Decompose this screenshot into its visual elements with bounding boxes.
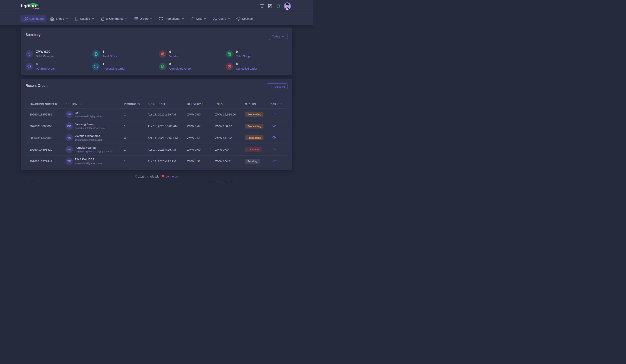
chevron-down-icon [66,17,68,20]
status-badge: Processing [245,112,264,117]
recent-orders-title: Recent Orders [26,84,287,88]
order-row[interactable]: 20260418852585 TE test fransrosen123@gma… [25,109,288,120]
view-all-button[interactable]: View All [267,83,287,90]
nav-item-shops[interactable]: Shops [47,15,71,22]
viewport-clipped-section: Top Products ZMW 0 ZMW 0.00 [0,181,313,182]
notifications-bell-icon[interactable] [276,3,281,9]
customer-info: TK TINA KALIDAS tinakalidas@yahoo.com [66,158,124,165]
status-cell: Pending [245,155,271,167]
view-order-eye-icon[interactable] [272,147,276,151]
nav-item-catalog[interactable]: Catalog [71,15,97,22]
stat-label[interactable]: Total Order [103,54,117,58]
customer-text: Blessing Bauer bauerbless29@icloud.com [75,122,105,130]
stat-tile: 0 Vendor [159,50,226,58]
stat-text: 0 Total Shops [236,50,251,58]
stat-label: Total Revenue [36,54,55,58]
tracking-number: 20260415206063 [25,120,66,132]
inerun-link[interactable]: Inerun [170,175,178,178]
heart-icon [161,175,165,178]
stat-value: 0 [236,50,251,54]
nav-item-e-commerce[interactable]: E-Commerce [97,15,130,22]
list-icon [270,85,273,88]
stat-value: 1 [103,62,125,67]
summary-card-header: Summary [21,28,292,37]
customer-avatar: TK [66,158,73,165]
view-order-eye-icon[interactable] [272,136,276,139]
nav-item-users[interactable]: Users [209,15,233,22]
stat-label[interactable]: Vendor [169,54,179,58]
actions-cell [271,144,288,155]
stat-label[interactable]: Completed Order [169,67,192,71]
view-order-eye-icon[interactable] [272,159,276,163]
clipped-heading: Top Products [26,181,47,182]
nav-item-promotional[interactable]: Promotional [156,15,187,22]
user-avatar[interactable] [283,2,291,10]
customer-info: VC Victoria Chipanama chipanamav@gmail.c… [66,134,124,142]
customer-cell: TK TINA KALIDAS tinakalidas@yahoo.com [66,155,124,167]
stat-tile: 0 Cancelled Order [226,62,287,71]
order-row[interactable]: 20260413779447 TK TINA KALIDAS tinakalid… [25,155,288,167]
delivery-fee: ZMW 21.12 [187,132,215,144]
clipped-amounts: ZMW 0 ZMW 0.00 [210,181,237,182]
customer-cell: BB Blessing Bauer bauerbless29@icloud.co… [66,120,124,132]
status-badge: Cancelled [245,147,262,152]
status-cell: Cancelled [245,144,271,155]
order-total: ZMW 0.00 [215,144,245,155]
nav-item-misc[interactable]: Misc [187,15,209,22]
stat-label[interactable]: Processing Order [103,67,125,71]
actions-cell [271,155,288,167]
order-total: ZMW 156.47 [215,120,245,132]
customer-name: Victoria Chipanama [75,134,103,138]
brand-logo[interactable]: tigmoo .com [21,3,39,9]
nav-items-container: Dashboard Shops Catalog E-Commerce Order… [21,12,292,25]
period-dropdown-button[interactable]: Today [269,33,287,40]
receipt-icon [159,63,166,70]
delivery-fee: ZMW 4.31 [187,155,215,167]
customer-email: tinakalidas@yahoo.com [75,162,102,165]
customer-text: Victoria Chipanama chipanamav@gmail.com [75,134,103,142]
nav-item-settings[interactable]: Settings [233,15,255,22]
order-row[interactable]: 20260414591820 PN Pamela Ngandu christin… [25,144,288,155]
nav-item-dashboard[interactable]: Dashboard [20,15,46,22]
chevron-down-icon [150,17,153,20]
monitor-icon[interactable] [259,3,265,9]
stat-value: 0 [169,50,179,54]
refresh-icon [92,63,100,70]
customer-email: bauerbless29@icloud.com [75,126,105,130]
column-header-status: STATUS [245,100,271,109]
grid-add-icon[interactable] [268,3,273,9]
nav-item-orders[interactable]: Orders [131,15,156,22]
status-cell: Processing [245,132,271,144]
customer-name: Pamela Ngandu [75,146,113,149]
customer-info: BB Blessing Bauer bauerbless29@icloud.co… [66,122,124,130]
chevron-down-icon [228,17,230,20]
stats-grid: ZMW 0.00 Total Revenue 1 Total Order 0 V… [21,50,292,71]
stat-label[interactable]: Pending Order [36,67,55,71]
stat-text: ZMW 0.00 Total Revenue [36,50,55,58]
products-count: 1 [124,144,148,155]
customer-cell: VC Victoria Chipanama chipanamav@gmail.c… [66,132,124,144]
column-header-customer: CUSTOMER [66,100,124,109]
shopping-bag-icon [100,16,105,21]
orders-table-header: TRACKING NUMBERCUSTOMERPRODUCTSORDER DAT… [25,100,288,109]
customer-avatar: BB [66,122,73,130]
view-order-eye-icon[interactable] [272,112,276,116]
view-order-eye-icon[interactable] [272,124,276,127]
customer-cell: PN Pamela Ngandu christine.ngandu2020@gm… [66,144,124,155]
chevron-down-icon [182,17,184,20]
shop-home-icon [49,16,54,21]
order-row[interactable]: 20260414345300 VC Victoria Chipanama chi… [25,132,288,144]
sliders-icon [190,16,195,21]
chevron-down-icon [204,17,206,20]
products-count: 3 [124,132,148,144]
stat-label[interactable]: Total Shops [236,54,251,58]
stat-label[interactable]: Cancelled Order [236,67,257,71]
customer-email: fransrosen123@gmail.com [75,115,105,118]
order-row[interactable]: 20260415206063 BB Blessing Bauer bauerbl… [25,120,288,132]
svg-text:.com: .com [35,7,39,9]
orders-table: TRACKING NUMBERCUSTOMERPRODUCTSORDER DAT… [25,100,288,167]
orders-table-body: 20260418852585 TE test fransrosen123@gma… [25,109,288,167]
column-header-tracking-number: TRACKING NUMBER [25,100,66,109]
stat-tile: 0 Pending Order [26,62,92,71]
column-header-delivery-fee: DELIVERY FEE [187,100,215,109]
